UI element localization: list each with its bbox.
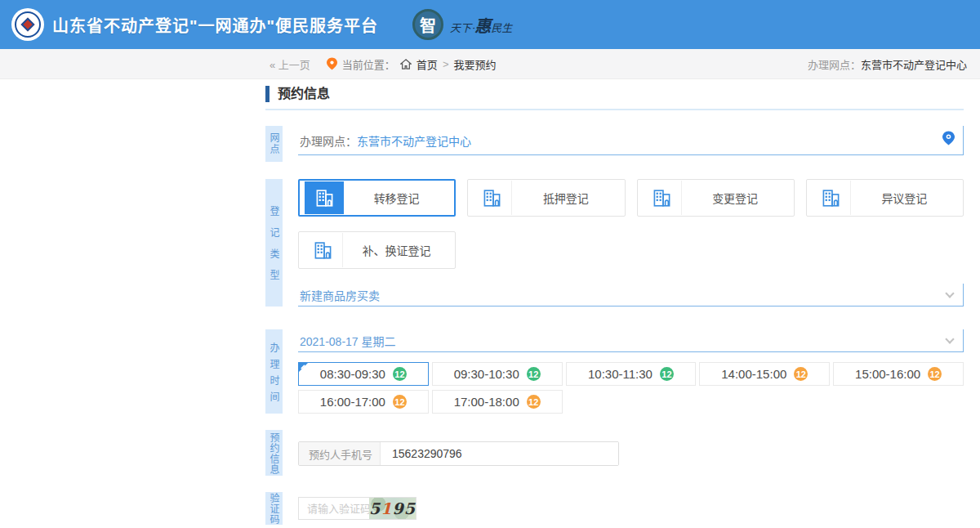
time-slot[interactable]: 08:30-09:30 12: [298, 362, 429, 386]
section-head: 预约信息: [265, 86, 964, 110]
outlet-row: 网点 办理网点： 东营市不动产登记中心: [265, 126, 964, 162]
section-label-captcha: 验证码: [265, 492, 283, 525]
app-header: 山东省不动产登记"一网通办"便民服务平台 智 天下·惠民生: [0, 0, 980, 49]
regtype-grid: 转移登记 抵押登记: [298, 179, 964, 269]
section-label-outlet: 网点: [265, 126, 283, 162]
building-icon: [652, 189, 672, 208]
regtype-button-objection[interactable]: 异议登记: [806, 179, 964, 217]
appointment-form: 预约信息 网点 办理网点： 东营市不动产登记中心 登记类型: [265, 79, 964, 525]
building-icon: [473, 181, 512, 215]
chevron-down-icon: [945, 334, 954, 343]
slot-count-badge: 12: [660, 367, 674, 381]
breadcrumb-home[interactable]: 首页: [416, 56, 438, 72]
app-logo-emblem-icon: [11, 8, 44, 41]
slogan-logo: 智 天下·惠民生: [412, 9, 512, 40]
regtype-row: 登记类型 转移登记: [265, 179, 964, 307]
regtype-button-change[interactable]: 变更登记: [637, 179, 795, 217]
regtype-button-mortgage[interactable]: 抵押登记: [467, 179, 625, 217]
breadcrumb-current: 我要预约: [453, 56, 496, 72]
outlet-select-field[interactable]: 办理网点： 东营市不动产登记中心: [298, 126, 964, 155]
date-value: 2021-08-17 星期二: [300, 333, 396, 349]
home-icon: [400, 59, 412, 69]
time-slot[interactable]: 14:00-15:00 12: [699, 362, 830, 386]
building-icon: [482, 189, 502, 208]
subtype-value: 新建商品房买卖: [300, 287, 380, 303]
time-slot[interactable]: 15:00-16:00 12: [833, 362, 964, 386]
section-label-regtype: 登记类型: [265, 179, 283, 307]
office-indicator: 办理网点：东营市不动产登记中心: [808, 56, 967, 72]
phone-field-group: 预约人手机号: [298, 441, 619, 466]
outlet-pin-button[interactable]: [942, 131, 955, 148]
back-link[interactable]: « 上一页: [270, 56, 310, 72]
chevron-down-icon: [945, 289, 954, 298]
time-slot-grid: 08:30-09:30 12 09:30-10:30 12 10:30-11:3…: [298, 362, 964, 414]
time-row: 办理时间 2021-08-17 星期二 08:30-09:30 12 09:30…: [265, 329, 964, 414]
time-slot[interactable]: 09:30-10:30 12: [432, 362, 563, 386]
captcha-image[interactable]: 5195: [369, 498, 416, 519]
slot-count-badge: 12: [794, 367, 808, 381]
time-slot[interactable]: 17:00-18:00 12: [432, 390, 563, 414]
building-icon: [304, 233, 343, 267]
app-title: 山东省不动产登记"一网通办"便民服务平台: [52, 13, 378, 37]
breadcrumb-separator: >: [443, 58, 449, 70]
regtype-button-transfer[interactable]: 转移登记: [298, 179, 456, 217]
slot-count-badge: 12: [527, 395, 541, 409]
slot-count-badge: 12: [928, 367, 942, 381]
date-select[interactable]: 2021-08-17 星期二: [298, 329, 964, 352]
slogan-zhi-icon: 智: [412, 9, 443, 40]
building-icon: [821, 189, 841, 208]
time-slot[interactable]: 10:30-11:30 12: [566, 362, 697, 386]
subtype-select[interactable]: 新建商品房买卖: [298, 284, 964, 307]
building-icon: [305, 181, 344, 214]
outlet-field-label: 办理网点：: [300, 132, 357, 149]
page-title: 预约信息: [265, 86, 964, 102]
location-pin-icon: [327, 57, 337, 70]
building-icon: [314, 189, 335, 208]
section-label-time: 办理时间: [265, 329, 283, 414]
building-icon: [313, 241, 333, 260]
building-icon: [812, 181, 851, 215]
booking-row: 预约信息 预约人手机号: [265, 430, 964, 476]
phone-input[interactable]: [381, 442, 618, 465]
slot-count-badge: 12: [527, 367, 541, 381]
slot-count-badge: 12: [393, 395, 407, 409]
captcha-row: 验证码 5195: [265, 492, 964, 525]
section-label-booking: 预约信息: [265, 430, 283, 476]
time-slot[interactable]: 16:00-17:00 12: [298, 390, 429, 414]
captcha-field-group: 5195: [298, 497, 416, 520]
phone-field-label: 预约人手机号: [299, 442, 381, 465]
breadcrumb-location-label: 当前位置：: [342, 56, 395, 72]
slogan-text: 天下·惠民生: [450, 13, 512, 37]
building-icon: [643, 181, 682, 215]
slot-count-badge: 12: [393, 367, 407, 381]
breadcrumb-bar: « 上一页 当前位置： 首页 > 我要预约 办理网点：东营市不动产登记中心: [0, 49, 980, 79]
location-pin-icon: [942, 131, 955, 145]
regtype-button-reissue[interactable]: 补、换证登记: [298, 231, 456, 269]
outlet-field-value: 东营市不动产登记中心: [357, 132, 471, 149]
